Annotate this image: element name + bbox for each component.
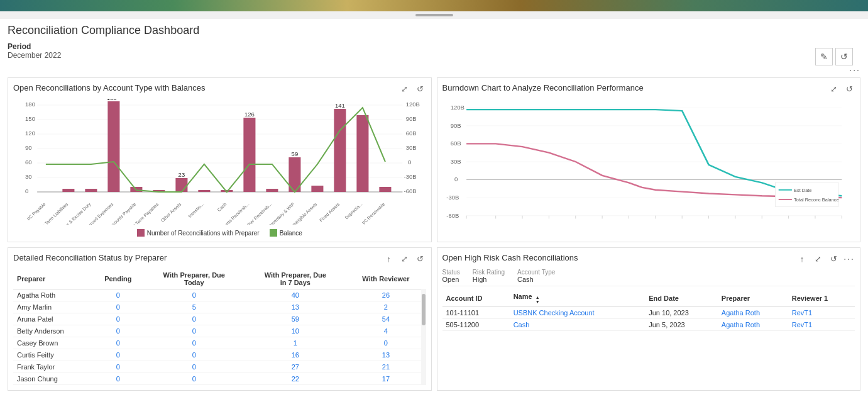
svg-text:Other Assets: Other Assets [160,201,183,223]
preparer-panel: Detailed Reconciliation Status by Prepar… [8,247,432,391]
preparer-row: Aruna Patel 0 0 59 54 [13,313,426,325]
preparer-reviewer[interactable]: 4 [346,325,426,337]
drag-handle[interactable] [0,11,868,19]
burndown-title: Burndown Chart to Analyze Reconciliation… [442,83,644,93]
open-recon-panel: Open Reconciliations by Account Type wit… [8,77,432,242]
preparer-due-7[interactable]: 16 [244,349,346,361]
burndown-refresh-icon[interactable]: ↺ [842,82,856,96]
sort-asc-icon[interactable]: ▲ [536,295,540,300]
preparer-due-7[interactable]: 22 [244,373,346,385]
hr-name[interactable]: Cash [510,319,646,331]
preparer-row: Betty Anderson 0 0 10 4 [13,325,426,337]
col-preparer: Preparer [13,269,92,289]
preparer-due-7[interactable]: 40 [244,289,346,301]
edit-button[interactable]: ✎ [815,48,833,65]
svg-text:60B: 60B [450,141,461,147]
preparer-due-7[interactable]: 1 [244,337,346,349]
legend-line-color [270,229,277,237]
col-due-today: With Preparer, DueToday [143,269,244,289]
preparer-reviewer[interactable]: 54 [346,313,426,325]
legend-bar-color [137,229,145,237]
preparer-due-today[interactable]: 0 [143,289,244,301]
high-risk-upload-icon[interactable]: ↑ [795,252,809,266]
hr-preparer[interactable]: Agatha Roth [718,307,788,319]
preparer-refresh-icon[interactable]: ↺ [414,252,427,266]
preparer-reviewer[interactable]: 13 [346,349,426,361]
preparer-due-7[interactable]: 27 [244,361,346,373]
preparer-due-today[interactable]: 0 [143,313,244,325]
preparer-due-7[interactable]: 13 [244,301,346,313]
preparer-expand-icon[interactable]: ⤢ [398,252,412,266]
preparer-pending[interactable]: 0 [92,289,143,301]
col-due-7: With Preparer, Duein 7 Days [244,269,346,289]
svg-rect-23 [62,189,74,192]
burndown-expand-icon[interactable]: ⤢ [827,82,840,96]
hr-name[interactable]: USBNK Checking Account [510,307,646,319]
preparer-reviewer[interactable]: 21 [346,361,426,373]
hr-reviewer[interactable]: RevT1 [788,307,855,319]
preparer-due-today[interactable]: 0 [143,361,244,373]
preparer-due-today[interactable]: 0 [143,373,244,385]
preparer-reviewer[interactable]: 26 [346,289,426,301]
svg-text:90B: 90B [450,123,461,128]
high-risk-more-icon[interactable]: ··· [842,252,856,266]
svg-text:Fixed Assets: Fixed Assets [318,201,341,223]
preparer-reviewer[interactable]: 17 [346,373,426,385]
svg-text:30: 30 [25,174,32,180]
preparer-reviewer[interactable]: 0 [346,337,426,349]
preparer-due-7[interactable]: 59 [244,313,346,325]
top-banner [0,0,868,11]
preparer-pending[interactable]: 0 [92,361,143,373]
open-recon-expand-icon[interactable]: ⤢ [398,82,412,96]
preparer-pending[interactable]: 0 [92,301,143,313]
legend-line-label: Balance [280,230,302,237]
open-recon-title: Open Reconciliations by Account Type wit… [13,83,205,93]
open-recon-refresh-icon[interactable]: ↺ [414,82,427,96]
preparer-due-today[interactable]: 0 [143,337,244,349]
preparer-pending[interactable]: 0 [92,373,143,385]
chart-legend: Number of Reconciliations with Preparer … [13,229,426,237]
preparer-pending[interactable]: 0 [92,313,143,325]
period-more-icon[interactable]: ··· [849,65,860,75]
high-risk-table: Account ID Name ▲ ▼ End Date Preparer Re… [442,290,855,331]
svg-text:-30B: -30B [446,194,459,200]
page-title: Reconciliation Compliance Dashboard [8,24,860,37]
preparer-due-today[interactable]: 0 [143,325,244,337]
high-risk-expand-icon[interactable]: ⤢ [811,252,825,266]
open-recon-toolbar: ⤢ ↺ [398,82,427,96]
preparer-row: Agatha Roth 0 0 40 26 [13,289,426,301]
preparer-row: Amy Marlin 0 5 13 2 [13,301,426,313]
high-risk-refresh-icon[interactable]: ↺ [827,252,840,266]
svg-text:141: 141 [335,103,345,109]
svg-text:30B: 30B [406,145,417,151]
preparer-pending[interactable]: 0 [92,325,143,337]
svg-text:I/C Payable: I/C Payable [26,201,47,222]
preparer-due-today[interactable]: 5 [143,301,244,313]
burndown-toolbar: ⤢ ↺ [827,82,856,96]
svg-text:150: 150 [25,116,35,122]
preparer-pending[interactable]: 0 [92,349,143,361]
refresh-button[interactable]: ↺ [835,48,853,65]
filter-account-type: Account Type Cash [517,269,555,283]
svg-text:126: 126 [244,111,255,118]
preparer-name: Jason Chung [13,373,92,385]
svg-rect-39 [334,109,346,192]
svg-text:Est Date: Est Date [794,188,811,193]
svg-rect-25 [107,101,119,192]
high-risk-panel: Open High Risk Cash Reconciliations ↑ ⤢ … [437,247,861,391]
preparer-upload-icon[interactable]: ↑ [382,252,396,266]
preparer-row: Casey Brown 0 0 1 0 [13,337,426,349]
preparer-reviewer[interactable]: 2 [346,301,426,313]
svg-text:0: 0 [408,159,411,166]
burndown-panel: Burndown Chart to Analyze Reconciliation… [437,77,861,242]
hr-account-id: 505-11200 [442,319,510,331]
preparer-due-today[interactable]: 0 [143,349,244,361]
preparer-pending[interactable]: 0 [92,337,143,349]
preparer-due-7[interactable]: 10 [244,325,346,337]
hr-preparer[interactable]: Agatha Roth [718,319,788,331]
filter-risk: Risk Rating High [473,269,505,283]
filter-status: Status Open [442,269,460,283]
hr-col-account-id: Account ID [442,290,510,307]
hr-reviewer[interactable]: RevT1 [788,319,855,331]
sort-desc-icon[interactable]: ▼ [536,300,540,304]
